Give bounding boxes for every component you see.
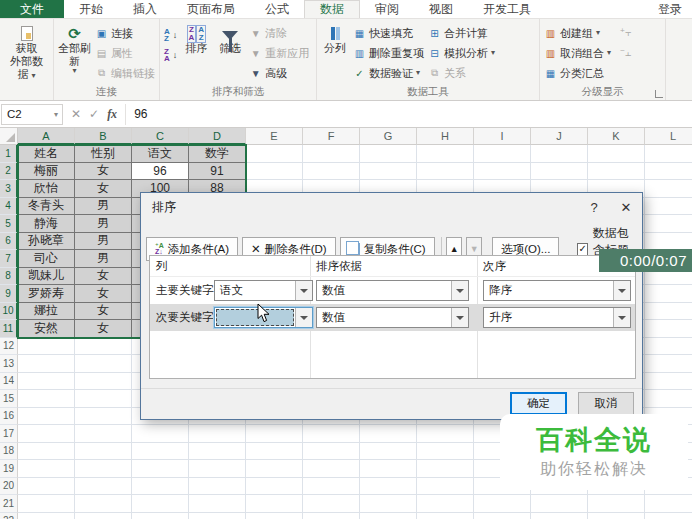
cell-B1[interactable]: 性别 (75, 145, 132, 163)
dialog-close-icon[interactable]: ✕ (610, 193, 642, 222)
column-header-J[interactable]: J (531, 128, 588, 145)
cell-C19[interactable] (132, 460, 189, 478)
insert-function-icon[interactable]: fx (107, 107, 117, 122)
tab-page-layout[interactable]: 页面布局 (172, 0, 250, 18)
cell-B6[interactable]: 男 (75, 233, 132, 251)
cell-L21[interactable] (645, 495, 692, 513)
name-box-caret-icon[interactable]: ▾ (54, 110, 62, 119)
cell-D21[interactable] (189, 495, 246, 513)
cell-B17[interactable] (75, 425, 132, 443)
row-header-4[interactable]: 4 (0, 198, 18, 216)
cell-L4[interactable] (645, 198, 692, 216)
cell-F18[interactable] (303, 443, 360, 461)
cell-A2[interactable]: 梅丽 (18, 163, 75, 181)
cell-L3[interactable] (645, 180, 692, 198)
edit-links-button[interactable]: ⧉编辑链接 (93, 64, 157, 82)
column-header-A[interactable]: A (18, 128, 75, 145)
column-header-F[interactable]: F (303, 128, 360, 145)
column-header-L[interactable]: L (645, 128, 692, 145)
cell-A17[interactable] (18, 425, 75, 443)
cell-J2[interactable] (531, 163, 588, 181)
row-header-21[interactable]: 21 (0, 495, 18, 513)
cell-L2[interactable] (645, 163, 692, 181)
cell-C18[interactable] (132, 443, 189, 461)
row-header-11[interactable]: 11 (0, 320, 18, 338)
tab-home[interactable]: 开始 (64, 0, 118, 18)
secondary-sorton-caret-icon[interactable] (451, 308, 468, 327)
cell-L5[interactable] (645, 215, 692, 233)
cell-H19[interactable] (417, 460, 474, 478)
column-header-E[interactable]: E (246, 128, 303, 145)
cell-J22[interactable] (531, 513, 588, 519)
cell-L12[interactable] (645, 338, 692, 356)
tab-file[interactable]: 文件 (0, 0, 64, 18)
cell-A15[interactable] (18, 390, 75, 408)
cell-D1[interactable]: 数学 (189, 145, 246, 163)
cell-G17[interactable] (360, 425, 417, 443)
cell-L6[interactable] (645, 233, 692, 251)
cell-A14[interactable] (18, 373, 75, 391)
cell-G2[interactable] (360, 163, 417, 181)
hide-detail-button[interactable]: ⁻⫠ (617, 44, 634, 62)
cell-F1[interactable] (303, 145, 360, 163)
tab-view[interactable]: 视图 (414, 0, 468, 18)
cell-K1[interactable] (588, 145, 645, 163)
row-header-10[interactable]: 10 (0, 303, 18, 321)
show-detail-button[interactable]: ⁺⫟ (617, 24, 634, 42)
column-header-G[interactable]: G (360, 128, 417, 145)
column-header-B[interactable]: B (75, 128, 132, 145)
cell-I2[interactable] (474, 163, 531, 181)
cell-D22[interactable] (189, 513, 246, 519)
formula-input[interactable]: 96 (125, 104, 692, 125)
formula-cancel-icon[interactable]: ✕ (71, 107, 81, 121)
cell-A12[interactable] (18, 338, 75, 356)
row-header-9[interactable]: 9 (0, 285, 18, 303)
cell-J1[interactable] (531, 145, 588, 163)
text-to-columns-button[interactable]: 分列 (319, 22, 351, 84)
create-group-button[interactable]: ▥创建组▾ (542, 24, 613, 42)
cell-B8[interactable]: 女 (75, 268, 132, 286)
cell-G22[interactable] (360, 513, 417, 519)
outline-dialog-launcher[interactable] (655, 90, 663, 98)
cell-G18[interactable] (360, 443, 417, 461)
row-header-2[interactable]: 2 (0, 163, 18, 181)
cancel-button[interactable]: 取消 (578, 392, 634, 415)
cell-E1[interactable] (246, 145, 303, 163)
row-header-3[interactable]: 3 (0, 180, 18, 198)
row-header-19[interactable]: 19 (0, 460, 18, 478)
cell-B16[interactable] (75, 408, 132, 426)
cell-A3[interactable]: 欣怡 (18, 180, 75, 198)
remove-duplicates-button[interactable]: ▥删除重复项 (351, 44, 426, 62)
cell-B11[interactable]: 女 (75, 320, 132, 338)
cell-E21[interactable] (246, 495, 303, 513)
flash-fill-button[interactable]: ▦快速填充 (351, 24, 426, 42)
cell-J21[interactable] (531, 495, 588, 513)
cell-G21[interactable] (360, 495, 417, 513)
cell-E2[interactable] (246, 163, 303, 181)
tab-data[interactable]: 数据 (304, 0, 360, 18)
cell-G20[interactable] (360, 478, 417, 496)
clear-filter-button[interactable]: ▼清除 (247, 24, 311, 42)
cell-A9[interactable]: 罗娇寿 (18, 285, 75, 303)
row-header-15[interactable]: 15 (0, 390, 18, 408)
cell-D2[interactable]: 91 (189, 163, 246, 181)
cell-H2[interactable] (417, 163, 474, 181)
column-header-C[interactable]: C (132, 128, 189, 145)
cell-D20[interactable] (189, 478, 246, 496)
dialog-help-icon[interactable]: ? (578, 193, 610, 222)
cell-A8[interactable]: 凯妹儿 (18, 268, 75, 286)
column-header-I[interactable]: I (474, 128, 531, 145)
cell-F21[interactable] (303, 495, 360, 513)
cell-F19[interactable] (303, 460, 360, 478)
row-header-18[interactable]: 18 (0, 443, 18, 461)
reapply-button[interactable]: ▼重新应用 (247, 44, 311, 62)
tab-insert[interactable]: 插入 (118, 0, 172, 18)
cell-B14[interactable] (75, 373, 132, 391)
cell-G1[interactable] (360, 145, 417, 163)
cell-A7[interactable]: 司心 (18, 250, 75, 268)
cell-K21[interactable] (588, 495, 645, 513)
cell-D18[interactable] (189, 443, 246, 461)
cell-K22[interactable] (588, 513, 645, 519)
cell-F20[interactable] (303, 478, 360, 496)
cell-C17[interactable] (132, 425, 189, 443)
